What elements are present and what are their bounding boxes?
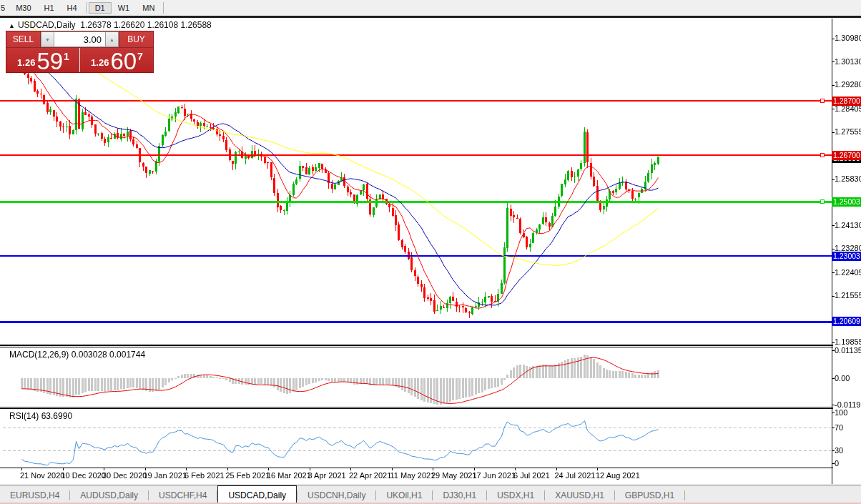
date-axis-label: 22 Apr 2021 — [349, 471, 391, 480]
date-axis-label: 3 Apr 2021 — [308, 471, 346, 480]
date-axis-label: 11 May 2021 — [390, 471, 436, 480]
collapse-chart-icon[interactable]: ▲ — [9, 22, 15, 29]
date-axis-label: 25 Feb 2021 — [226, 471, 270, 480]
timeframe-button-w1[interactable]: W1 — [112, 2, 137, 14]
date-axis-label: 10 Dec 2020 — [62, 471, 106, 480]
price-tick-label: 1.30130 — [835, 57, 861, 66]
volume-input[interactable]: 3.00 — [54, 31, 105, 47]
macd-tick-label: 0.00 — [835, 374, 850, 382]
sell-button[interactable]: SELL — [6, 31, 41, 47]
toolbar-separator — [86, 2, 87, 14]
date-axis-label: 29 May 2021 — [431, 471, 477, 480]
rsi-tick-label: 30 — [835, 446, 843, 455]
date-axis-label: 6 Jul 2021 — [513, 471, 550, 480]
toolbar-separator — [163, 2, 164, 14]
tab-separator — [684, 490, 685, 500]
buy-button[interactable]: BUY — [119, 31, 153, 47]
chart-tab-usdcnh-daily[interactable]: USDCNH,Daily — [297, 485, 375, 504]
date-axis-label: 30 Dec 2020 — [102, 471, 147, 480]
hline-price-label: 1.26700 — [832, 151, 861, 160]
price-tick-label: 1.30980 — [835, 34, 861, 42]
chart-tab-gbpusd-h1[interactable]: GBPUSD,H1 — [615, 485, 684, 504]
chart-symbol-period: USDCAD,Daily — [18, 20, 76, 30]
chart-tab-usdx-h1[interactable]: USDX,H1 — [487, 485, 544, 504]
timeframe-button-d1[interactable]: D1 — [89, 2, 112, 14]
macd-indicator-label: MACD(12,26,9) 0.003028 0.001744 — [9, 350, 145, 360]
date-axis-label: 6 Feb 2021 — [184, 471, 225, 480]
macd-tick-label: 0.01135 — [835, 346, 861, 355]
chart-tab-usdcad-daily[interactable]: USDCAD,Daily — [217, 485, 297, 504]
timeframe-button-5[interactable]: 5 — [0, 2, 9, 14]
hline-price-label: 1.20609 — [832, 317, 861, 326]
rsi-tick-label: 70 — [835, 423, 843, 432]
chart-tab-dj30-h1[interactable]: DJ30,H1 — [433, 485, 486, 504]
chart-tab-eurusd-h4[interactable]: EURUSD,H4 — [0, 485, 69, 504]
buy-price-sup: 7 — [137, 51, 143, 62]
rsi-indicator-label: RSI(14) 63.6990 — [9, 411, 72, 421]
timeframe-button-m30[interactable]: M30 — [9, 2, 37, 14]
price-tick-label: 1.19855 — [835, 337, 861, 346]
buy-price-prefix: 1.26 — [91, 57, 109, 68]
chart-tab-xauusd-h1[interactable]: XAUUSD,H1 — [545, 485, 614, 504]
buy-price-big: 60 — [110, 51, 137, 71]
buy-price-button[interactable]: 1.26 60 7 — [79, 48, 153, 72]
hline-price-label: 1.25003 — [832, 197, 861, 207]
date-axis-label: 21 Nov 2020 — [20, 471, 64, 480]
date-axis-label: 19 Jan 2021 — [144, 471, 187, 480]
mt4-window: { "toolbar": {"timeframes": ["5", "M30",… — [0, 0, 861, 504]
timeframe-button-mn[interactable]: MN — [136, 2, 161, 14]
price-tick-label: 1.22405 — [835, 268, 861, 277]
price-tick-label: 1.29280 — [835, 80, 861, 89]
volume-decrease-icon[interactable]: ▼ — [41, 31, 54, 47]
chart-tab-audusd-daily[interactable]: AUDUSD,Daily — [70, 485, 148, 504]
date-axis-label: 24 Jul 2021 — [555, 471, 596, 480]
hline-price-label: 1.23003 — [832, 252, 861, 261]
price-tick-label: 1.21555 — [835, 291, 861, 300]
chart-tab-usdchf-h4[interactable]: USDCHF,H4 — [149, 485, 217, 504]
price-tick-label: 1.25830 — [835, 174, 861, 183]
chart-ohlc-values: 1.26378 1.26620 1.26108 1.26588 — [80, 20, 212, 30]
chart-tab-ukoil-h1[interactable]: UKOil,H1 — [376, 485, 432, 504]
price-tick-label: 1.24130 — [835, 221, 861, 229]
chart-tab-bar: EURUSD,H4AUDUSD,DailyUSDCHF,H4USDCAD,Dai… — [0, 485, 861, 504]
timeframe-button-h4[interactable]: H4 — [61, 2, 84, 14]
chart-header: ▲USDCAD,Daily 1.26378 1.26620 1.26108 1.… — [9, 20, 212, 30]
price-chart-canvas[interactable] — [0, 0, 861, 504]
sell-price-big: 59 — [36, 51, 63, 71]
volume-increase-icon[interactable]: ▲ — [105, 31, 119, 47]
timeframe-button-h1[interactable]: H1 — [38, 2, 61, 14]
date-axis-label: 17 Jun 2021 — [473, 471, 516, 480]
rsi-tick-label: 0 — [835, 459, 839, 468]
timeframe-toolbar: 5M30H1H4D1W1MN — [0, 0, 861, 18]
rsi-tick-label: 100 — [835, 408, 847, 417]
sell-price-sup: 1 — [64, 51, 69, 62]
sell-price-button[interactable]: 1.26 59 1 — [6, 48, 79, 72]
date-axis-label: 12 Aug 2021 — [596, 471, 640, 480]
price-tick-label: 1.27555 — [835, 127, 861, 136]
date-axis-label: 16 Mar 2021 — [267, 471, 311, 480]
sell-price-prefix: 1.26 — [17, 57, 35, 68]
one-click-trading-widget: SELL ▼ 3.00 ▲ BUY 1.26 59 1 1.26 60 7 — [6, 31, 154, 73]
hline-price-label: 1.28700 — [832, 97, 861, 106]
